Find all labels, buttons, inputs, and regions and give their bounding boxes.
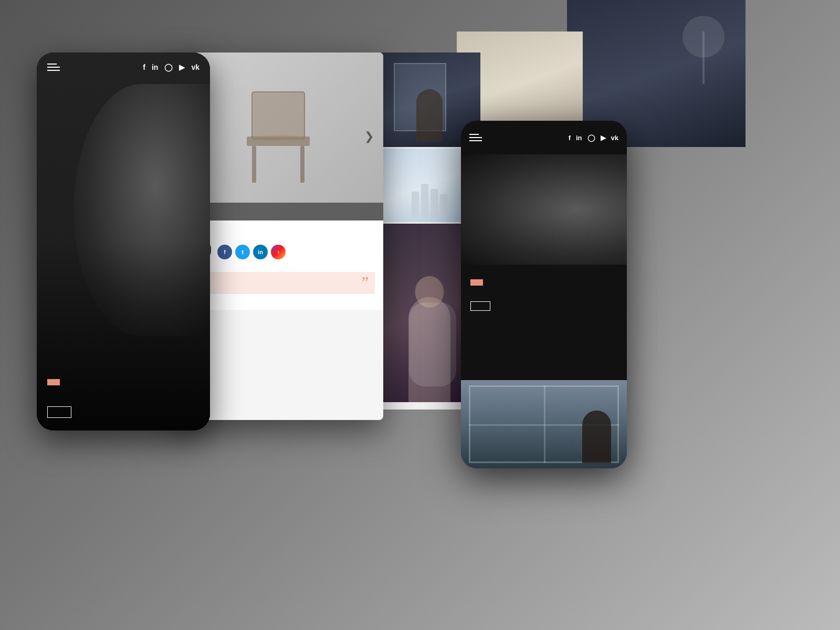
right-phone-youtube-icon[interactable]: ▶ xyxy=(601,134,606,142)
linkedin-icon[interactable]: in xyxy=(152,63,158,71)
right-phone-social-icons: f in ◯ ▶ vk xyxy=(569,134,618,142)
svg-point-4 xyxy=(252,135,304,141)
vk-icon[interactable]: vk xyxy=(191,63,200,71)
author-facebook-icon[interactable]: f xyxy=(217,245,232,259)
hamburger-menu-icon[interactable] xyxy=(47,64,60,71)
right-phone-navbar: f in ◯ ▶ vk xyxy=(461,121,627,154)
right-phone-window-photo xyxy=(461,380,627,468)
carousel-next-button[interactable]: ❯ xyxy=(359,124,379,149)
right-phone-instagram-icon[interactable]: ◯ xyxy=(587,134,595,142)
left-phone-about-me-button[interactable] xyxy=(47,406,71,418)
left-phone-tagline xyxy=(47,379,60,385)
chair-svg xyxy=(220,76,336,197)
right-phone-person-bg xyxy=(461,154,627,265)
instagram-icon[interactable]: ◯ xyxy=(164,63,173,71)
left-phone-social-icons: f in ◯ ▶ vk xyxy=(143,63,200,71)
right-phone-facebook-icon[interactable]: f xyxy=(569,134,571,142)
right-phone-content-section xyxy=(461,265,627,380)
author-row: f t in ♀ xyxy=(182,235,375,265)
right-phone-gallery-section xyxy=(461,380,627,468)
author-twitter-icon[interactable]: t xyxy=(235,245,250,259)
svg-rect-2 xyxy=(252,146,256,183)
right-phone-device: f in ◯ ▶ vk xyxy=(461,121,627,468)
author-linkedin-icon[interactable]: in xyxy=(253,245,268,259)
author-instagram-icon[interactable]: ♀ xyxy=(271,245,286,259)
youtube-icon[interactable]: ▶ xyxy=(179,63,185,71)
right-phone-tagline xyxy=(470,279,483,286)
right-phone-hamburger-icon[interactable] xyxy=(469,134,482,141)
author-social-links: f t in ♀ xyxy=(217,245,286,259)
quote-text xyxy=(190,280,366,286)
author-info: f t in ♀ xyxy=(217,240,286,259)
left-phone-device: f in ◯ ▶ vk xyxy=(37,52,210,430)
right-phone-person-section xyxy=(461,154,627,265)
quote-block: “ ” xyxy=(182,272,375,294)
right-phone-vk-icon[interactable]: vk xyxy=(611,134,618,142)
svg-rect-3 xyxy=(300,146,304,183)
close-quote-mark: ” xyxy=(362,273,369,291)
right-phone-linkedin-icon[interactable]: in xyxy=(576,134,582,142)
left-phone-navbar: f in ◯ ▶ vk xyxy=(37,63,210,71)
left-phone-content xyxy=(37,362,210,430)
facebook-icon[interactable]: f xyxy=(143,63,145,71)
right-phone-about-me-button[interactable] xyxy=(470,301,490,311)
svg-rect-0 xyxy=(252,92,304,139)
